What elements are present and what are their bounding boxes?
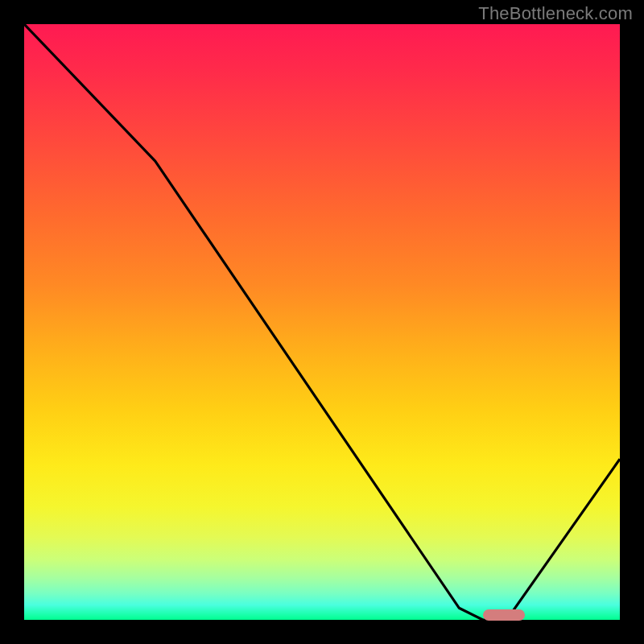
bottleneck-curve <box>24 24 620 620</box>
plot-area <box>24 24 620 620</box>
chart-container: TheBottleneck.com <box>0 0 644 644</box>
curve-path <box>24 24 620 620</box>
optimal-range-marker <box>483 609 525 621</box>
watermark: TheBottleneck.com <box>478 3 633 24</box>
